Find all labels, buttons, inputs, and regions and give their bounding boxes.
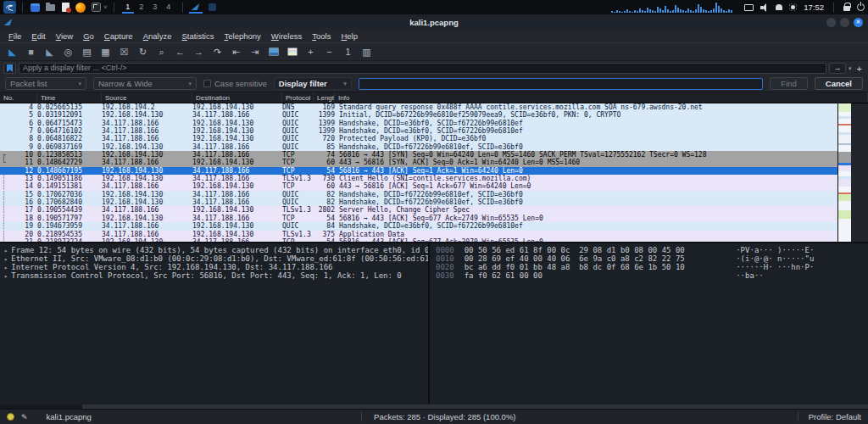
packet-row-15[interactable]: ┆150.170627036192.168.194.13034.117.188.… bbox=[0, 191, 837, 198]
colorize-packets-button[interactable] bbox=[264, 44, 282, 59]
workspace-4[interactable]: 4 bbox=[163, 1, 175, 14]
menu-go[interactable]: Go bbox=[78, 31, 99, 41]
go-to-packet-button[interactable]: ↷ bbox=[209, 44, 226, 59]
packet-row-17[interactable]: ┆170.19055443934.117.188.166192.168.194.… bbox=[0, 206, 837, 214]
detail-row-1[interactable]: ▸Ethernet II, Src: VMware_08:d1:b0 (00:0… bbox=[4, 254, 428, 263]
column-header-time[interactable]: Time bbox=[37, 92, 102, 103]
workspace-3[interactable]: 3 bbox=[149, 1, 161, 14]
display-filter-input[interactable]: Apply a display filter ... <Ctrl-/> bbox=[19, 63, 826, 74]
expand-arrow-icon[interactable]: ▸ bbox=[4, 256, 8, 263]
capture-comment-icon[interactable]: ✎ bbox=[21, 413, 28, 421]
hex-row-0030[interactable]: 0030fa f0 62 61 00 00 ··ba·· bbox=[436, 271, 868, 280]
menu-statistics[interactable]: Statistics bbox=[176, 31, 219, 41]
find-packet-button[interactable]: ⌕ bbox=[153, 44, 170, 59]
resize-columns-button[interactable]: ▥ bbox=[358, 44, 376, 59]
column-header-no[interactable]: No. bbox=[0, 92, 37, 103]
zoom-out-button[interactable]: − bbox=[320, 44, 338, 59]
detail-row-3[interactable]: ▸Transmission Control Protocol, Src Port… bbox=[4, 271, 428, 280]
start-capture-button[interactable]: ◣ bbox=[3, 44, 21, 59]
lock-icon[interactable] bbox=[843, 3, 850, 11]
go-last-packet-button[interactable]: ⇥ bbox=[246, 44, 264, 59]
restart-capture-button[interactable]: ◣ bbox=[41, 44, 58, 59]
go-back-button[interactable]: ← bbox=[171, 44, 189, 59]
packet-row-16[interactable]: ┆160.170682840192.168.194.13034.117.188.… bbox=[0, 198, 837, 206]
display-icon[interactable] bbox=[744, 4, 754, 11]
hex-row-0010[interactable]: 001000 28 69 ef 40 00 40 06 6e 9a c0 a8 … bbox=[436, 254, 868, 263]
stop-capture-button[interactable]: ■ bbox=[22, 44, 40, 59]
column-header-source[interactable]: Source bbox=[102, 92, 192, 103]
record-icon[interactable] bbox=[789, 3, 797, 11]
packet-row-18[interactable]: ┆180.190571797192.168.194.13034.117.188.… bbox=[0, 215, 837, 222]
expand-arrow-icon[interactable]: ▸ bbox=[4, 265, 8, 271]
search-type-dropdown[interactable]: Display filter▾ bbox=[274, 77, 352, 90]
find-input[interactable] bbox=[359, 78, 764, 90]
hex-row-0020[interactable]: 0020bc a6 dd f0 01 bb 48 a8 b8 dc 0f 68 … bbox=[436, 263, 868, 271]
menu-analyze[interactable]: Analyze bbox=[138, 31, 177, 41]
cancel-button[interactable]: Cancel bbox=[815, 77, 863, 90]
apply-filter-button[interactable]: → bbox=[829, 63, 846, 74]
packet-row-20[interactable]: ┆200.21895453534.117.188.166192.168.194.… bbox=[0, 231, 837, 238]
expert-info-icon[interactable] bbox=[7, 413, 14, 421]
packet-row-11[interactable]: └110.14864272934.117.188.166192.168.194.… bbox=[0, 159, 837, 166]
terminal-icon[interactable] bbox=[29, 2, 41, 14]
clock[interactable]: 17:52 bbox=[804, 3, 824, 12]
packet-row-12[interactable]: 120.148667195192.168.194.13034.117.188.1… bbox=[0, 167, 837, 175]
coloring-rules-button[interactable] bbox=[283, 44, 301, 59]
packet-row-21[interactable]: ┆210.218973224192.168.194.13034.117.188.… bbox=[0, 238, 837, 242]
detail-row-2[interactable]: ▸Internet Protocol Version 4, Src: 192.1… bbox=[4, 263, 428, 271]
expand-arrow-icon[interactable]: ▸ bbox=[4, 273, 8, 280]
menu-help[interactable]: Help bbox=[336, 31, 363, 41]
packet-row-8[interactable]: 80.06481682234.117.188.166192.168.194.13… bbox=[0, 135, 837, 142]
menu-tools[interactable]: Tools bbox=[307, 31, 336, 41]
close-file-button[interactable]: ☒ bbox=[115, 44, 133, 59]
chevron-down-icon[interactable]: ˅ bbox=[103, 3, 108, 11]
screenshot-tool-icon[interactable] bbox=[90, 2, 102, 14]
workspace-1[interactable]: 1 bbox=[122, 1, 134, 14]
packet-row-7[interactable]: 70.06471610234.117.188.166192.168.194.13… bbox=[0, 127, 837, 135]
open-file-button[interactable]: ▤ bbox=[78, 44, 96, 59]
maximize-button[interactable] bbox=[840, 18, 849, 27]
find-button[interactable]: Find bbox=[770, 77, 807, 90]
packet-row-10[interactable]: ┌100.123858513192.168.194.13034.117.188.… bbox=[0, 151, 837, 159]
save-file-button[interactable]: ▦ bbox=[97, 44, 114, 59]
capture-options-button[interactable]: ◎ bbox=[59, 44, 77, 59]
menu-capture[interactable]: Capture bbox=[99, 31, 138, 41]
menu-wireless[interactable]: Wireless bbox=[266, 31, 307, 41]
power-icon[interactable] bbox=[857, 3, 865, 11]
packet-row-19[interactable]: ┆190.19467395934.117.188.166192.168.194.… bbox=[0, 222, 837, 230]
minimize-button[interactable] bbox=[826, 18, 836, 27]
kali-menu-button[interactable] bbox=[3, 1, 16, 14]
go-forward-button[interactable]: → bbox=[190, 44, 208, 59]
menu-file[interactable]: File bbox=[3, 31, 26, 41]
go-first-packet-button[interactable]: ⇤ bbox=[227, 44, 245, 59]
filter-dropdown-caret[interactable]: ▾ bbox=[849, 65, 852, 72]
text-editor-icon[interactable] bbox=[59, 2, 71, 14]
packet-row-13[interactable]: ┆130.149051186192.168.194.13034.117.188.… bbox=[0, 175, 837, 182]
status-profile[interactable]: Profile: Default bbox=[798, 412, 861, 421]
packet-row-4[interactable]: 40.025665135192.168.194.2192.168.194.130… bbox=[0, 103, 837, 111]
file-manager-icon[interactable] bbox=[44, 2, 56, 14]
packet-row-6[interactable]: 60.06471547334.117.188.166192.168.194.13… bbox=[0, 120, 837, 127]
charset-dropdown[interactable]: Narrow & Wide▾ bbox=[93, 77, 197, 90]
search-scope-dropdown[interactable]: Packet list▾ bbox=[5, 77, 86, 90]
packet-row-14[interactable]: ┆140.14915138134.117.188.166192.168.194.… bbox=[0, 182, 837, 190]
reload-file-button[interactable]: ↻ bbox=[134, 44, 152, 59]
packet-row-9[interactable]: 90.069837169192.168.194.13034.117.188.16… bbox=[0, 143, 837, 151]
close-button[interactable]: ✕ bbox=[854, 18, 863, 27]
firefox-icon[interactable] bbox=[75, 2, 86, 14]
hex-row-0000[interactable]: 000000 50 56 ed 61 8f 00 0c 29 08 d1 b0 … bbox=[436, 246, 868, 254]
menu-edit[interactable]: Edit bbox=[26, 31, 50, 41]
column-header-info[interactable]: Info bbox=[335, 92, 868, 103]
filter-bookmark-button[interactable] bbox=[3, 63, 16, 74]
taskbar-window-wireshark[interactable] bbox=[189, 1, 203, 14]
app-window-icon[interactable] bbox=[206, 1, 220, 14]
column-header-destination[interactable]: Destination bbox=[192, 92, 282, 103]
expand-arrow-icon[interactable]: ▸ bbox=[4, 248, 8, 254]
packet-row-5[interactable]: 50.031912091192.168.194.13034.117.188.16… bbox=[0, 111, 837, 119]
menu-telephony[interactable]: Telephony bbox=[220, 31, 266, 41]
menu-view[interactable]: View bbox=[51, 31, 78, 41]
zoom-original-button[interactable]: 1 bbox=[339, 44, 357, 59]
detail-row-0[interactable]: ▸Frame 12: 54 bytes on wire (432 bits), … bbox=[4, 246, 428, 254]
zoom-in-button[interactable]: + bbox=[302, 44, 320, 59]
add-filter-button[interactable]: + bbox=[854, 64, 865, 74]
